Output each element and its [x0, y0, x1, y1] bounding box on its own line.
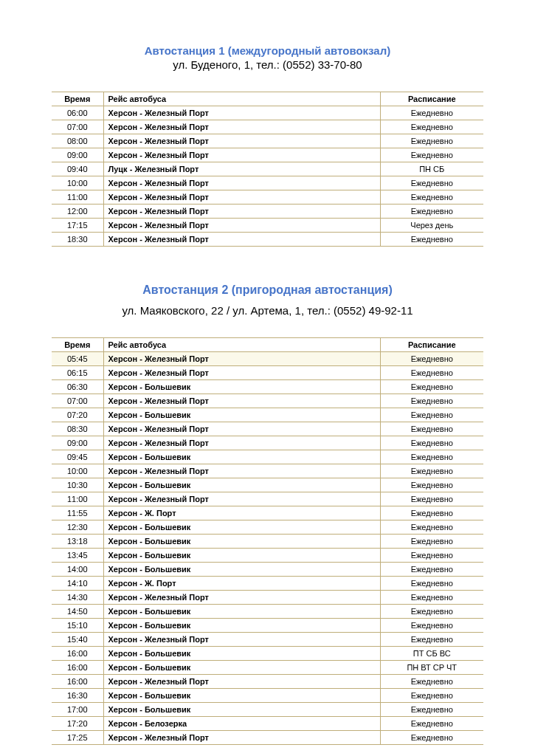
table-row: 14:50Херсон - БольшевикЕжедневно	[52, 605, 483, 619]
cell-time: 06:30	[52, 380, 103, 394]
column-header-route: Рейс автобуса	[103, 92, 380, 106]
cell-schedule: Ежедневно	[380, 619, 483, 633]
table-row: 17:00Херсон - БольшевикЕжедневно	[52, 703, 483, 717]
cell-route: Херсон - Большевик	[103, 549, 380, 563]
cell-route: Херсон - Большевик	[103, 661, 380, 675]
cell-schedule: Ежедневно	[380, 675, 483, 689]
cell-time: 17:20	[52, 717, 103, 731]
cell-time: 08:30	[52, 422, 103, 436]
cell-time: 07:00	[52, 394, 103, 408]
cell-time: 10:00	[52, 464, 103, 478]
cell-route: Херсон - Железный Порт	[103, 366, 380, 380]
cell-time: 09:00	[52, 148, 103, 162]
table-row: 09:00Херсон - Железный ПортЕжедневно	[52, 436, 483, 450]
cell-time: 11:00	[52, 492, 103, 506]
column-header-time: Время	[52, 338, 103, 352]
cell-schedule: Ежедневно	[380, 520, 483, 535]
cell-time: 05:45	[52, 352, 103, 366]
cell-time: 14:50	[52, 605, 103, 619]
cell-time: 17:00	[52, 703, 103, 717]
cell-route: Херсон - Железный Порт	[103, 134, 380, 148]
station-title: Автостанция 2 (пригородная автостанция)	[52, 284, 483, 297]
cell-schedule: Ежедневно	[380, 717, 483, 731]
cell-route: Херсон - Большевик	[103, 520, 380, 535]
cell-schedule: Ежедневно	[380, 134, 483, 148]
cell-route: Херсон - Большевик	[103, 647, 380, 661]
cell-time: 07:00	[52, 120, 103, 134]
table-row: 15:10Херсон - БольшевикЕжедневно	[52, 619, 483, 633]
cell-time: 14:10	[52, 577, 103, 591]
cell-route: Херсон - Большевик	[103, 450, 380, 464]
table-row: 17:15Херсон - Железный ПортЧерез день	[52, 219, 483, 233]
document-root: Автостанция 1 (междугородный автовокзал)…	[52, 44, 483, 745]
table-row: 05:45Херсон - Железный ПортЕжедневно	[52, 352, 483, 366]
cell-time: 17:25	[52, 731, 103, 745]
cell-schedule: Ежедневно	[380, 464, 483, 478]
cell-time: 16:00	[52, 675, 103, 689]
cell-route: Херсон - Большевик	[103, 703, 380, 717]
cell-schedule: Ежедневно	[380, 106, 483, 120]
cell-schedule: Ежедневно	[380, 703, 483, 717]
cell-time: 11:00	[52, 190, 103, 205]
cell-route: Херсон - Большевик	[103, 380, 380, 394]
cell-route: Херсон - Большевик	[103, 478, 380, 492]
cell-schedule: Ежедневно	[380, 577, 483, 591]
station-block: Автостанция 1 (междугородный автовокзал)…	[52, 44, 483, 247]
cell-route: Херсон - Железный Порт	[103, 148, 380, 162]
cell-time: 13:18	[52, 535, 103, 549]
table-row: 06:00Херсон - Железный ПортЕжедневно	[52, 106, 483, 120]
cell-route: Херсон - Большевик	[103, 535, 380, 549]
cell-route: Херсон - Большевик	[103, 605, 380, 619]
cell-time: 08:00	[52, 134, 103, 148]
cell-time: 06:15	[52, 366, 103, 380]
cell-route: Херсон - Железный Порт	[103, 106, 380, 120]
cell-route: Херсон - Железный Порт	[103, 233, 380, 247]
cell-route: Херсон - Железный Порт	[103, 205, 380, 219]
cell-route: Херсон - Железный Порт	[103, 176, 380, 190]
cell-schedule: Ежедневно	[380, 190, 483, 205]
cell-schedule: ПТ СБ ВС	[380, 647, 483, 661]
cell-route: Херсон - Железный Порт	[103, 492, 380, 506]
table-row: 11:00Херсон - Железный ПортЕжедневно	[52, 190, 483, 205]
cell-schedule: Ежедневно	[380, 535, 483, 549]
table-row: 16:00Херсон - БольшевикПН ВТ СР ЧТ	[52, 661, 483, 675]
cell-route: Херсон - Большевик	[103, 689, 380, 703]
cell-route: Херсон - Железный Порт	[103, 190, 380, 205]
cell-time: 10:00	[52, 176, 103, 190]
table-row: 09:00Херсон - Железный ПортЕжедневно	[52, 148, 483, 162]
cell-route: Херсон - Железный Порт	[103, 394, 380, 408]
table-row: 08:00Херсон - Железный ПортЕжедневно	[52, 134, 483, 148]
cell-route: Херсон - Большевик	[103, 563, 380, 577]
station-block: Автостанция 2 (пригородная автостанция)у…	[52, 284, 483, 745]
station-subtitle: ул. Маяковского, 22 / ул. Артема, 1, тел…	[52, 304, 483, 317]
cell-time: 09:40	[52, 162, 103, 176]
cell-schedule: Ежедневно	[380, 176, 483, 190]
cell-route: Херсон - Ж. Порт	[103, 506, 380, 520]
table-row: 16:30Херсон - БольшевикЕжедневно	[52, 689, 483, 703]
cell-schedule: Ежедневно	[380, 233, 483, 247]
cell-route: Луцк - Железный Порт	[103, 162, 380, 176]
cell-time: 09:45	[52, 450, 103, 464]
table-row: 13:45Херсон - БольшевикЕжедневно	[52, 549, 483, 563]
cell-route: Херсон - Железный Порт	[103, 120, 380, 134]
table-row: 11:55Херсон - Ж. ПортЕжедневно	[52, 506, 483, 520]
column-header-route: Рейс автобуса	[103, 338, 380, 352]
cell-schedule: Ежедневно	[380, 366, 483, 380]
table-row: 17:20Херсон - БелозеркаЕжедневно	[52, 717, 483, 731]
cell-route: Херсон - Ж. Порт	[103, 577, 380, 591]
table-row: 10:30Херсон - БольшевикЕжедневно	[52, 478, 483, 492]
cell-time: 17:15	[52, 219, 103, 233]
table-row: 14:10Херсон - Ж. ПортЕжедневно	[52, 577, 483, 591]
cell-schedule: Ежедневно	[380, 380, 483, 394]
cell-route: Херсон - Железный Порт	[103, 591, 380, 605]
cell-route: Херсон - Железный Порт	[103, 633, 380, 647]
table-row: 12:30Херсон - БольшевикЕжедневно	[52, 520, 483, 535]
table-row: 07:00Херсон - Железный ПортЕжедневно	[52, 120, 483, 134]
cell-time: 16:30	[52, 689, 103, 703]
cell-time: 15:40	[52, 633, 103, 647]
cell-schedule: Ежедневно	[380, 436, 483, 450]
station-subtitle: ул. Буденого, 1, тел.: (0552) 33-70-80	[52, 58, 483, 71]
table-row: 08:30Херсон - Железный ПортЕжедневно	[52, 422, 483, 436]
cell-schedule: Ежедневно	[380, 352, 483, 366]
cell-schedule: Ежедневно	[380, 605, 483, 619]
